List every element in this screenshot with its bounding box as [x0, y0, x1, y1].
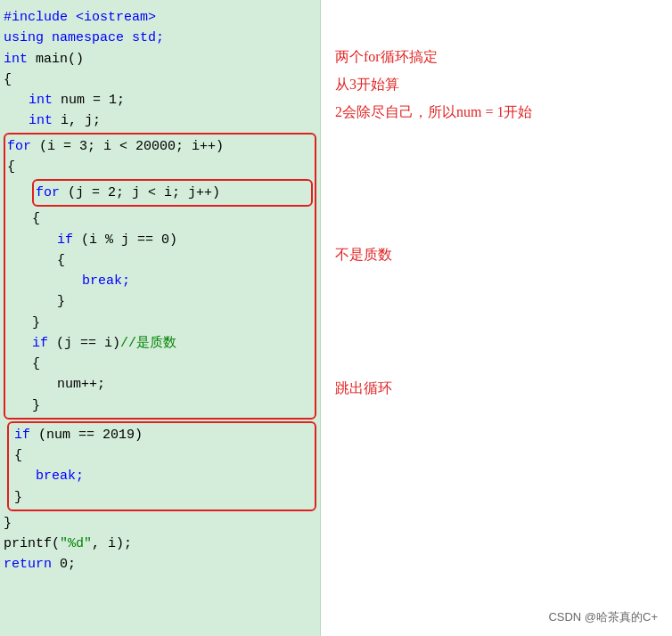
code-line-numpp: num++;: [7, 374, 313, 395]
annotation-line3: 2会除尽自己，所以num = 1开始: [335, 100, 658, 124]
annotation-line2: 从3开始算: [335, 72, 658, 96]
code-panel: #include <iostream> using namespace std;…: [0, 0, 321, 636]
code-line-brace11: }: [4, 513, 316, 534]
code-line-break2: break;: [11, 466, 313, 486]
code-line-return: return 0;: [4, 554, 316, 575]
jump-out-text: 跳出循环: [335, 380, 392, 395]
int-keyword: int: [4, 49, 28, 69]
code-line-brace9: {: [11, 445, 313, 466]
code-line-break1: break;: [7, 271, 313, 291]
annotation-line1: 两个for循环搞定: [335, 45, 658, 69]
code-line-main: int main(): [4, 49, 316, 69]
code-line-num: int num = 1;: [4, 90, 316, 110]
not-prime-text: 不是质数: [335, 247, 392, 262]
code-line-brace8: }: [7, 395, 313, 416]
jump-out-annotation: 跳出循环: [335, 376, 392, 400]
code-line-printf: printf("%d", i);: [4, 534, 316, 554]
if-num-box: if (num == 2019) { break; }: [7, 421, 316, 511]
watermark: CSDN @哈茶真的C+: [548, 609, 658, 625]
code-line-brace10: }: [11, 487, 313, 508]
using-keyword: using namespace std;: [4, 28, 164, 48]
code-line-include: #include <iostream>: [4, 7, 316, 28]
code-line-using: using namespace std;: [4, 28, 316, 48]
code-line-brace1: {: [4, 69, 316, 90]
annotation-panel: 两个for循环搞定 从3开始算 2会除尽自己，所以num = 1开始 不是质数 …: [321, 0, 672, 636]
code-line-for-outer: for (i = 3; i < 20000; i++): [7, 136, 313, 157]
code-line-brace4: {: [7, 250, 313, 271]
code-line-brace2: {: [7, 157, 313, 177]
code-line-ij: int i, j;: [4, 110, 316, 131]
include-keyword: #include <iostream>: [4, 7, 156, 28]
code-line-if1: if (i % j == 0): [7, 230, 313, 250]
code-line-brace7: {: [7, 354, 313, 374]
for-inner-box: for (j = 2; j < i; j++): [32, 179, 313, 207]
code-line-if2: if (j == i)//是质数: [7, 333, 313, 354]
code-line-brace6: }: [7, 313, 313, 333]
annotation-block: 两个for循环搞定 从3开始算 2会除尽自己，所以num = 1开始: [335, 45, 658, 125]
code-line-if-num: if (num == 2019): [11, 425, 313, 445]
code-line-for-inner: for (j = 2; j < i; j++): [36, 183, 309, 203]
main-func: main(): [28, 49, 84, 69]
code-line-brace5: }: [7, 291, 313, 312]
for-outer-box: for (i = 3; i < 20000; i++) { for (j = 2…: [4, 133, 316, 420]
not-prime-annotation: 不是质数: [335, 242, 392, 266]
code-line-brace3: {: [7, 208, 313, 229]
